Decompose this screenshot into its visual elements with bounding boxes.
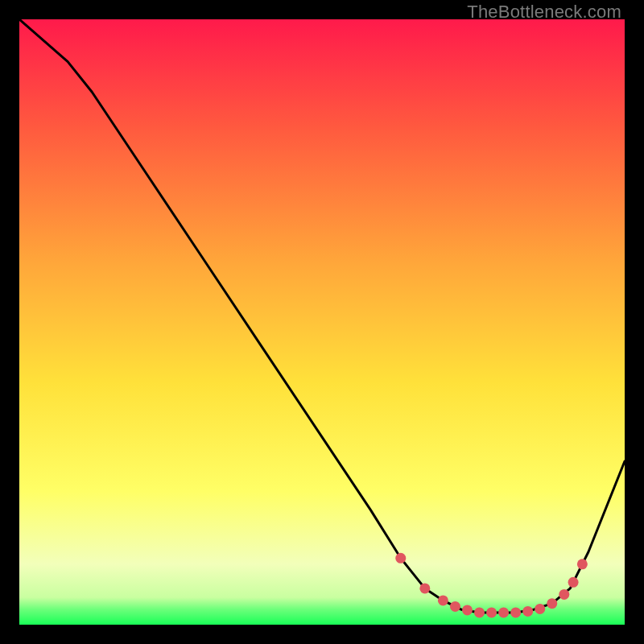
data-marker — [486, 607, 497, 617]
data-marker — [577, 559, 588, 569]
data-marker — [419, 583, 430, 593]
data-marker — [462, 605, 473, 615]
data-marker — [522, 606, 533, 617]
watermark-text: TheBottleneck.com — [467, 2, 621, 23]
data-marker — [547, 598, 557, 609]
gradient-background — [19, 19, 625, 625]
data-marker — [498, 607, 509, 617]
data-marker — [474, 607, 485, 617]
chart-frame — [19, 19, 625, 625]
data-marker — [438, 595, 448, 605]
data-marker — [450, 601, 460, 612]
data-marker — [535, 604, 545, 614]
data-marker — [559, 589, 569, 600]
data-marker — [395, 553, 406, 564]
data-marker — [510, 607, 521, 617]
data-marker — [568, 577, 579, 588]
chart-svg — [19, 19, 625, 625]
